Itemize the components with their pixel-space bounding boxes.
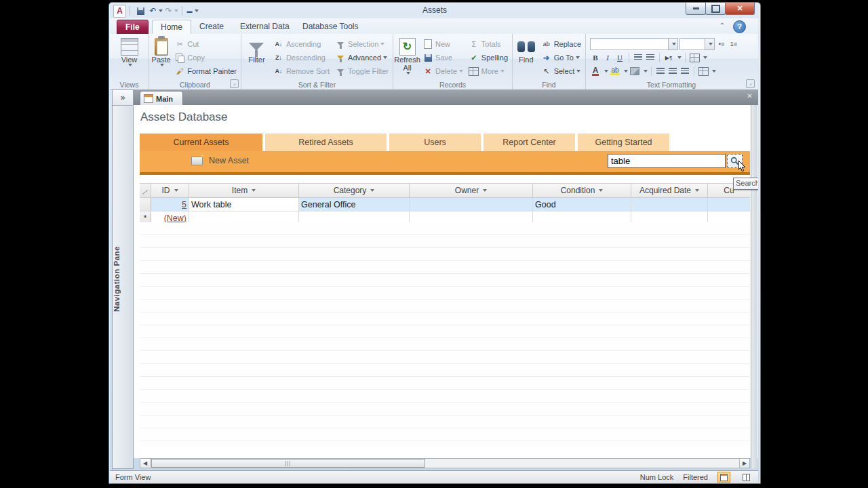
tab-create[interactable]: Create	[191, 20, 232, 34]
scroll-right-icon[interactable]: ▶	[739, 459, 749, 468]
increase-indent-icon[interactable]	[645, 52, 656, 63]
remove-sort-button[interactable]: A↓ Remove Sort	[272, 64, 334, 78]
tab-retired-assets[interactable]: Retired Assets	[265, 134, 387, 151]
search-input[interactable]	[608, 154, 726, 168]
column-header-acquired-date[interactable]: Acquired Date	[631, 184, 708, 197]
delete-record-button[interactable]: ✕ Delete	[421, 64, 467, 78]
cell-category[interactable]: General Office	[299, 198, 410, 211]
column-header-category[interactable]: Category	[299, 184, 410, 197]
format-painter-button[interactable]: 🖌 Format Painter	[173, 64, 241, 78]
underline-button[interactable]: U	[614, 52, 625, 63]
scroll-left-icon[interactable]: ◀	[140, 459, 151, 468]
font-name-combobox[interactable]	[590, 38, 678, 50]
delete-icon: ✕	[422, 66, 433, 77]
numbering-icon[interactable]: 1≡	[728, 39, 739, 49]
cell-owner[interactable]	[410, 198, 533, 211]
select-button[interactable]: ↖ Select	[540, 64, 585, 78]
new-asset-button[interactable]: New Asset	[191, 156, 249, 165]
column-header-owner[interactable]: Owner	[410, 184, 533, 197]
cell-current-value[interactable]	[708, 198, 750, 211]
record-selector[interactable]	[140, 198, 151, 211]
datasheet-corner[interactable]	[140, 184, 151, 197]
document-tab-main[interactable]: Main	[140, 91, 183, 106]
navigation-pane-label[interactable]: Navigation Pane	[113, 246, 133, 312]
text-formatting-dialog-launcher-icon[interactable]: ⌟	[746, 79, 755, 88]
form-view-button[interactable]	[717, 472, 730, 483]
alternate-row-color-icon[interactable]	[698, 66, 709, 77]
horizontal-scrollbar[interactable]: ◀ ▶	[140, 458, 750, 468]
view-icon	[121, 38, 138, 56]
align-center-icon[interactable]	[667, 66, 678, 77]
font-size-combobox[interactable]	[679, 38, 715, 50]
column-header-condition[interactable]: Condition	[533, 184, 631, 197]
tab-getting-started[interactable]: Getting Started	[578, 134, 669, 151]
text-direction-icon[interactable]: ▶¶	[663, 52, 674, 63]
cell-acquired-date[interactable]	[631, 198, 708, 211]
totals-button[interactable]: Σ Totals	[467, 37, 512, 51]
gridlines-icon[interactable]	[689, 52, 700, 63]
view-button[interactable]: View	[114, 35, 145, 66]
new-record-button[interactable]: New	[421, 37, 467, 51]
tab-database-tools[interactable]: Database Tools	[294, 20, 367, 34]
tab-current-assets[interactable]: Current Assets	[140, 134, 262, 151]
tab-home[interactable]: Home	[152, 20, 191, 35]
align-right-icon[interactable]	[679, 66, 690, 77]
filtered-indicator[interactable]: Filtered	[683, 473, 708, 481]
decrease-indent-icon[interactable]	[633, 52, 644, 63]
column-header-id[interactable]: ID	[151, 184, 189, 197]
spelling-button[interactable]: ✔ Spelling	[467, 51, 512, 64]
goto-button[interactable]: ➔ Go To	[540, 51, 585, 64]
cell-condition[interactable]: Good	[533, 198, 631, 211]
collapse-ribbon-icon[interactable]: ⌃	[717, 22, 727, 30]
more-button[interactable]: More	[467, 64, 512, 78]
selection-button[interactable]: Selection	[334, 37, 393, 51]
help-icon[interactable]: ?	[733, 20, 746, 33]
binoculars-icon	[517, 40, 535, 54]
ribbon-group-clipboard: Paste ✂ Cut Copy 🖌 Format Painter Clipbo…	[149, 34, 241, 89]
descending-button[interactable]: Z↓ Descending	[272, 51, 334, 64]
cut-icon: ✂	[174, 39, 185, 49]
bold-button[interactable]: B	[590, 52, 601, 63]
ribbon-tab-strip: File Home Create External Data Database …	[110, 18, 758, 34]
advanced-filter-icon	[335, 52, 346, 63]
clipboard-dialog-launcher-icon[interactable]: ⌟	[230, 79, 239, 88]
font-color-icon[interactable]: A	[590, 66, 601, 77]
toolbar-band: New Asset	[140, 151, 750, 172]
replace-button[interactable]: ab Replace	[540, 37, 585, 51]
document-close-icon[interactable]: ✕	[745, 92, 755, 101]
search-tooltip: Search	[733, 178, 758, 190]
tab-users[interactable]: Users	[389, 134, 481, 151]
column-header-item[interactable]: Item	[189, 184, 299, 197]
tab-external-data[interactable]: External Data	[232, 20, 298, 34]
background-fill-icon[interactable]	[629, 66, 640, 77]
group-label-records: Records	[393, 81, 512, 89]
copy-button[interactable]: Copy	[173, 51, 241, 64]
cell-id[interactable]: 5	[151, 198, 189, 211]
minimize-button[interactable]	[686, 3, 706, 15]
file-tab[interactable]: File	[117, 20, 149, 35]
spelling-icon: ✔	[469, 52, 479, 63]
open-navigation-pane-icon[interactable]: »	[113, 90, 133, 106]
maximize-button[interactable]	[705, 3, 726, 15]
close-button[interactable]: ✕	[725, 3, 755, 15]
highlight-color-icon[interactable]: ab	[610, 66, 620, 77]
group-label-find: Find	[513, 81, 585, 89]
bullets-icon[interactable]: •≡	[716, 39, 727, 49]
group-label-text-formatting: Text Formatting	[586, 81, 757, 89]
format-painter-icon: 🖌	[174, 66, 185, 77]
scrollbar-thumb[interactable]	[151, 459, 425, 468]
advanced-button[interactable]: Advanced	[334, 51, 393, 64]
tab-report-center[interactable]: Report Center	[484, 134, 575, 151]
datasheet-view-button[interactable]	[740, 472, 753, 483]
new-record-icon	[422, 39, 433, 49]
toggle-filter-button[interactable]: Toggle Filter	[334, 64, 393, 78]
italic-button[interactable]: I	[602, 52, 613, 63]
vertical-scrollbar[interactable]	[751, 105, 757, 468]
form-main: Assets Database Current Assets Retired A…	[134, 105, 758, 458]
align-left-icon[interactable]	[655, 66, 666, 77]
save-record-button[interactable]: Save	[421, 51, 467, 64]
cell-item[interactable]: Work table	[189, 198, 299, 211]
ascending-button[interactable]: A↓ Ascending	[272, 37, 334, 51]
save-record-icon	[422, 52, 433, 63]
cut-button[interactable]: ✂ Cut	[173, 37, 241, 51]
